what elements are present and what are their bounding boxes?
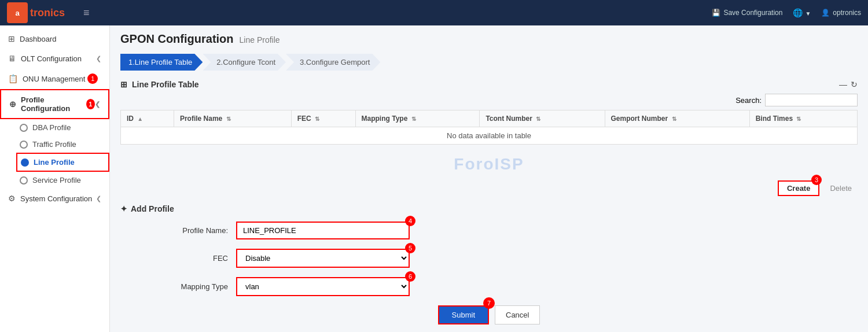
profile-submenu: DBA Profile Traffic Profile Line Profile… bbox=[0, 119, 109, 189]
minimize-button[interactable]: — bbox=[839, 80, 847, 89]
profile-name-input-wrapper: 4 bbox=[236, 222, 410, 239]
field-badge-5: 5 bbox=[405, 243, 415, 253]
onu-badge: 1 bbox=[87, 73, 98, 84]
sidebar-item-label: System Configuration bbox=[20, 194, 92, 203]
col-header-profile-name[interactable]: Profile Name ⇅ bbox=[174, 110, 291, 127]
form-actions: 7 Submit Cancel bbox=[120, 305, 858, 324]
sort-icon-fec: ⇅ bbox=[315, 116, 319, 122]
olt-icon: 🖥 bbox=[8, 54, 16, 63]
col-label-fec: FEC bbox=[297, 115, 311, 123]
table-section-header: ⊞ Line Profile Table — ↻ bbox=[120, 80, 858, 89]
user-menu[interactable]: 👤 optronics bbox=[821, 9, 861, 17]
section-title-label: Line Profile Table bbox=[132, 80, 199, 89]
radio-icon bbox=[20, 124, 28, 132]
top-navigation: a tronics ≡ 💾 Save Configuration 🌐 ▼ 👤 o… bbox=[0, 0, 868, 25]
form-group-mapping-type: Mapping Type 6 vlan gem-port bbox=[120, 277, 858, 296]
user-icon: 👤 bbox=[821, 9, 830, 17]
field-badge-4: 4 bbox=[405, 216, 415, 226]
no-data-message: No data available in table bbox=[121, 127, 858, 145]
sidebar-sub-label: Service Profile bbox=[32, 176, 81, 185]
col-label-mapping-type: Mapping Type bbox=[362, 115, 408, 123]
cancel-button[interactable]: Cancel bbox=[495, 305, 540, 324]
sidebar-item-olt-config[interactable]: 🖥 OLT Configuration ❮ bbox=[0, 49, 109, 68]
wizard-step-1[interactable]: 1.Line Profile Table bbox=[120, 54, 203, 71]
main-layout: ⊞ Dashboard 🖥 OLT Configuration ❮ 📋 ONU … bbox=[0, 25, 868, 332]
profile-config-icon: ⊕ bbox=[9, 99, 16, 109]
add-profile-icon: ✦ bbox=[120, 204, 127, 213]
username-label: optronics bbox=[833, 9, 861, 17]
page-title: GPON Configuration Line Profile bbox=[120, 32, 858, 46]
fec-label: FEC bbox=[120, 254, 236, 263]
sidebar-item-system-config[interactable]: ⚙ System Configuration ❮ bbox=[0, 189, 109, 208]
submit-badge: 7 bbox=[483, 297, 495, 309]
section-title: ⊞ Line Profile Table bbox=[120, 80, 199, 89]
form-group-profile-name: Profile Name: 4 bbox=[120, 222, 858, 239]
chevron-icon: ❮ bbox=[96, 195, 101, 202]
search-input[interactable] bbox=[765, 94, 858, 106]
save-configuration-button[interactable]: 💾 Save Configuration bbox=[712, 9, 782, 17]
language-selector[interactable]: 🌐 ▼ bbox=[793, 8, 811, 17]
sort-icon-gemport-number: ⇅ bbox=[672, 116, 676, 122]
sidebar-item-label: Profile Configuration bbox=[21, 95, 84, 113]
mapping-type-label: Mapping Type bbox=[120, 282, 236, 291]
form-group-fec: FEC 5 Disable Enable bbox=[120, 249, 858, 268]
section-actions: — ↻ bbox=[839, 80, 858, 89]
sort-icon-tcont-number: ⇅ bbox=[536, 116, 540, 122]
radio-icon bbox=[21, 158, 29, 167]
col-header-fec[interactable]: FEC ⇅ bbox=[291, 110, 355, 127]
add-profile-label: Add Profile bbox=[131, 204, 174, 213]
profile-name-input[interactable] bbox=[236, 222, 410, 239]
sidebar-item-label: Dashboard bbox=[20, 35, 57, 43]
sidebar-item-dashboard[interactable]: ⊞ Dashboard bbox=[0, 29, 109, 49]
main-content: GPON Configuration Line Profile 1.Line P… bbox=[110, 25, 868, 332]
page-subtitle: Line Profile bbox=[240, 35, 280, 45]
fec-select-wrapper: 5 Disable Enable bbox=[236, 249, 410, 268]
col-header-mapping-type[interactable]: Mapping Type ⇅ bbox=[355, 110, 480, 127]
delete-button[interactable]: Delete bbox=[824, 180, 858, 196]
table-icon: ⊞ bbox=[120, 80, 127, 89]
col-header-tcont-number[interactable]: Tcont Number ⇅ bbox=[480, 110, 605, 127]
submit-button[interactable]: Submit bbox=[438, 305, 489, 324]
sidebar-sub-label: Line Profile bbox=[34, 158, 75, 167]
sidebar-item-profile-config[interactable]: ⊕ Profile Configuration 1 ❮ bbox=[0, 89, 109, 119]
chevron-icon: ❮ bbox=[96, 55, 101, 62]
add-profile-title: ✦ Add Profile bbox=[120, 204, 858, 213]
table-search-bar: Search: bbox=[120, 94, 858, 106]
wizard-step-3[interactable]: 3.Configure Gemport bbox=[286, 54, 380, 71]
col-header-bind-times[interactable]: Bind Times ⇅ bbox=[749, 110, 857, 127]
mapping-type-select[interactable]: vlan gem-port bbox=[236, 277, 410, 296]
svg-text:a: a bbox=[15, 9, 20, 17]
col-label-bind-times: Bind Times bbox=[756, 115, 793, 123]
globe-dropdown-icon: ▼ bbox=[805, 10, 811, 17]
fec-select[interactable]: Disable Enable bbox=[236, 249, 410, 268]
refresh-button[interactable]: ↻ bbox=[851, 80, 858, 89]
save-config-label: Save Configuration bbox=[723, 9, 782, 17]
col-header-gemport-number[interactable]: Gemport Number ⇅ bbox=[605, 110, 749, 127]
globe-icon: 🌐 bbox=[793, 8, 803, 17]
page-main-title: GPON Configuration bbox=[120, 32, 234, 46]
sidebar-sub-item-line-profile[interactable]: Line Profile bbox=[16, 153, 109, 172]
radio-icon bbox=[20, 176, 28, 185]
wizard-step-1-label: 1.Line Profile Table bbox=[128, 58, 192, 67]
save-icon: 💾 bbox=[712, 9, 720, 17]
chevron-icon: ❮ bbox=[95, 101, 100, 108]
sort-icon-mapping-type: ⇅ bbox=[411, 116, 416, 122]
sort-icon-id: ▲ bbox=[137, 116, 143, 122]
logo-brand-text: tronics bbox=[30, 7, 65, 19]
topnav-right: 💾 Save Configuration 🌐 ▼ 👤 optronics bbox=[712, 8, 861, 17]
wizard-steps: 1.Line Profile Table 2.Configure Tcont 3… bbox=[120, 54, 858, 71]
system-icon: ⚙ bbox=[8, 194, 16, 203]
watermark: ForoISP bbox=[120, 145, 858, 176]
sidebar-sub-item-service-profile[interactable]: Service Profile bbox=[16, 172, 109, 189]
sidebar-sub-item-traffic-profile[interactable]: Traffic Profile bbox=[16, 136, 109, 153]
col-header-id[interactable]: ID ▲ bbox=[121, 110, 174, 127]
col-label-profile-name: Profile Name bbox=[180, 115, 222, 123]
sidebar: ⊞ Dashboard 🖥 OLT Configuration ❮ 📋 ONU … bbox=[0, 25, 110, 332]
sidebar-item-label: ONU Management bbox=[23, 75, 85, 83]
sidebar-sub-item-dba-profile[interactable]: DBA Profile bbox=[16, 119, 109, 136]
field-badge-6: 6 bbox=[405, 271, 415, 282]
mapping-type-select-wrapper: 6 vlan gem-port bbox=[236, 277, 410, 296]
wizard-step-2[interactable]: 2.Configure Tcont bbox=[203, 54, 286, 71]
sidebar-item-onu-mgmt[interactable]: 📋 ONU Management 1 bbox=[0, 68, 109, 89]
hamburger-menu[interactable]: ≡ bbox=[83, 7, 90, 19]
